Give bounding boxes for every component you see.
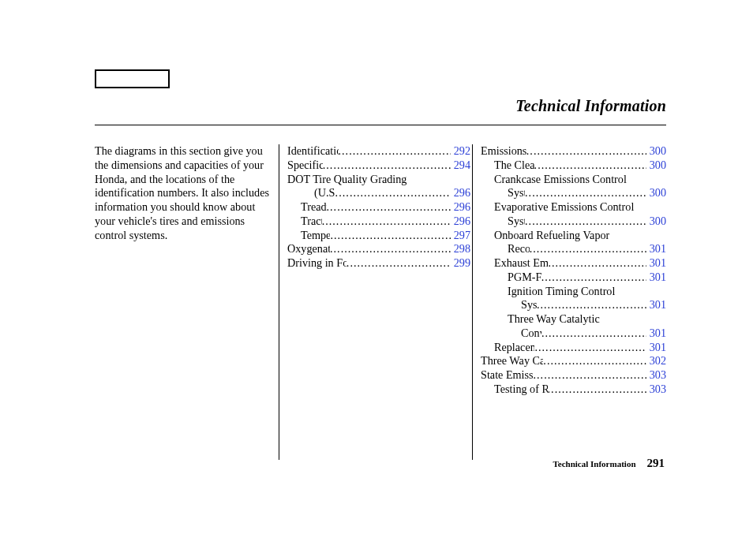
toc-page-link[interactable]: 301 (646, 271, 666, 285)
toc-page-link[interactable]: 297 (451, 229, 470, 243)
toc-leader (339, 144, 451, 159)
toc-page-link[interactable]: 303 (646, 368, 666, 383)
column-intro: The diagrams in this section give you th… (95, 144, 279, 460)
toc-entry[interactable]: Three Way Catalytic Converter302 (481, 354, 666, 368)
toc-label: Identification Numbers (287, 144, 339, 159)
toc-label: (U.S. Cars) (314, 186, 339, 200)
toc-leader (525, 186, 646, 200)
toc-entry: Evaporative Emissions Control (481, 200, 666, 215)
toc-page-link[interactable]: 300 (646, 144, 666, 159)
toc-label: Exhaust Emissions Controls (494, 256, 548, 271)
toc-label: Ignition Timing Control (508, 285, 615, 299)
toc-label: Onboard Refueling Vapor (494, 229, 609, 243)
toc-leader (347, 256, 451, 271)
toc-label: Emissions Controls (481, 144, 526, 159)
page-title: Technical Information (515, 97, 666, 115)
toc-leader (330, 242, 451, 256)
toc-page-link[interactable]: 296 (451, 215, 470, 229)
toc-label: Specifications (287, 159, 323, 173)
toc-leader (541, 327, 646, 341)
title-row: Technical Information (95, 67, 666, 125)
toc-label: Treadwear (301, 200, 327, 215)
toc-label: Three Way Catalytic (508, 312, 600, 327)
toc-page-link[interactable]: 301 (646, 327, 666, 341)
toc-entry: Three Way Catalytic (481, 312, 666, 327)
toc-page-link[interactable]: 298 (451, 242, 470, 256)
toc-label: State Emissions Testing (481, 368, 534, 383)
footer: Technical Information 291 (553, 457, 665, 470)
intro-paragraph: The diagrams in this section give you th… (95, 144, 277, 242)
toc-label: System (521, 298, 537, 312)
toc-page-link[interactable]: 301 (646, 298, 666, 312)
columns: The diagrams in this section give you th… (95, 125, 666, 460)
toc-label: Evaporative Emissions Control (494, 200, 634, 215)
toc-leader (327, 200, 451, 215)
toc-label: Testing of Readiness Codes (494, 383, 548, 397)
toc-entry: DOT Tire Quality Grading (287, 173, 470, 187)
toc-label: Driving in Foreign Countries (287, 256, 347, 271)
toc-leader (534, 341, 646, 355)
toc-leader (543, 354, 646, 368)
toc-entry[interactable]: System300 (481, 186, 666, 200)
toc-page-link[interactable]: 301 (646, 341, 666, 355)
toc-leader (534, 368, 646, 383)
footer-section-label: Technical Information (553, 459, 635, 469)
toc-entry: Ignition Timing Control (481, 285, 666, 299)
page-container: Technical Information The diagrams in th… (0, 0, 753, 560)
toc-entry[interactable]: Recovery301 (481, 242, 666, 256)
toc-label: System (508, 215, 525, 229)
toc-entry[interactable]: System301 (481, 298, 666, 312)
toc-entry[interactable]: Exhaust Emissions Controls301 (481, 256, 666, 271)
toc-leader (526, 144, 646, 159)
toc-entry[interactable]: Oxygenated Fuels298 (287, 242, 470, 256)
toc-label: System (508, 186, 525, 200)
toc-label: Three Way Catalytic Converter (481, 354, 543, 368)
toc-page-link[interactable]: 301 (646, 242, 666, 256)
toc-leader (530, 242, 646, 256)
toc-leader (534, 159, 646, 173)
toc-entry[interactable]: Identification Numbers292 (287, 144, 470, 159)
toc-page-link[interactable]: 301 (646, 256, 666, 271)
toc-page-link[interactable]: 296 (451, 200, 470, 215)
toc-entry[interactable]: Temperature297 (287, 229, 470, 243)
toc-page-link[interactable]: 299 (451, 256, 470, 271)
toc-label: The Clean Air Act (494, 159, 534, 173)
toc-entry[interactable]: Driving in Foreign Countries299 (287, 256, 470, 271)
toc-entry[interactable]: Converter301 (481, 327, 666, 341)
toc-leader (322, 215, 451, 229)
column-toc-2: Emissions Controls300The Clean Air Act30… (473, 144, 666, 460)
toc-leader (548, 256, 646, 271)
toc-entry[interactable]: Specifications294 (287, 159, 470, 173)
toc-entry[interactable]: PGM-FI System301 (481, 271, 666, 285)
toc-entry[interactable]: Emissions Controls300 (481, 144, 666, 159)
toc-leader (541, 271, 646, 285)
toc-entry[interactable]: Treadwear296 (287, 200, 470, 215)
toc-entry[interactable]: Replacement Parts301 (481, 341, 666, 355)
toc-entry[interactable]: Testing of Readiness Codes303 (481, 383, 666, 397)
toc-label: DOT Tire Quality Grading (287, 173, 406, 187)
toc-page-link[interactable]: 300 (646, 186, 666, 200)
toc-entry[interactable]: State Emissions Testing303 (481, 368, 666, 383)
toc-page-link[interactable]: 294 (451, 159, 470, 173)
toc-entry[interactable]: The Clean Air Act300 (481, 159, 666, 173)
column-toc-1: Identification Numbers292Specifications2… (279, 144, 473, 460)
toc-page-link[interactable]: 296 (451, 186, 470, 200)
toc-entry[interactable]: System300 (481, 215, 666, 229)
toc-label: Replacement Parts (494, 341, 534, 355)
toc-page-link[interactable]: 300 (646, 215, 666, 229)
header-box (95, 69, 170, 88)
toc-label: Recovery (508, 242, 530, 256)
toc-entry[interactable]: Traction296 (287, 215, 470, 229)
toc-label: PGM-FI System (508, 271, 541, 285)
toc-label: Converter (521, 327, 541, 341)
toc-page-link[interactable]: 302 (646, 354, 666, 368)
toc-leader (537, 298, 646, 312)
toc-page-link[interactable]: 300 (646, 159, 666, 173)
toc-entry: Onboard Refueling Vapor (481, 229, 666, 243)
toc-page-link[interactable]: 292 (451, 144, 470, 159)
toc-entry[interactable]: (U.S. Cars)296 (287, 186, 470, 200)
toc-label: Oxygenated Fuels (287, 242, 330, 256)
toc-label: Traction (301, 215, 322, 229)
toc-entry: Crankcase Emissions Control (481, 173, 666, 187)
toc-page-link[interactable]: 303 (646, 383, 666, 397)
